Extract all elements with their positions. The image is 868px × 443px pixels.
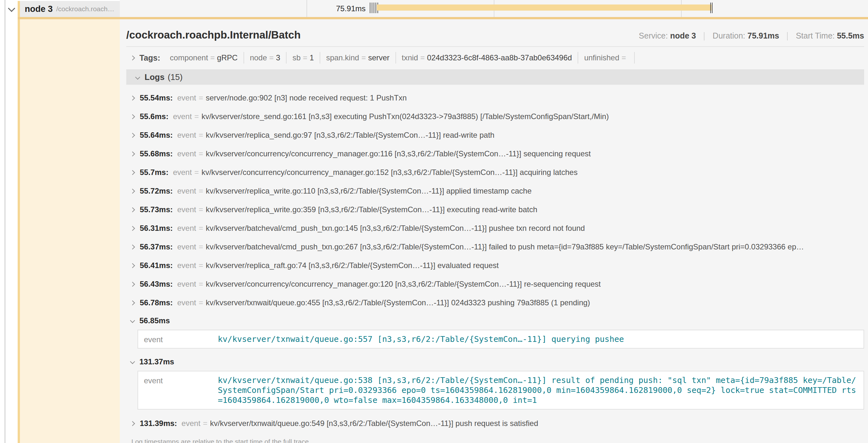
log-row-collapsed[interactable]: 55.72ms: event = kv/kvserver/replica_wri… xyxy=(131,182,864,200)
log-message: kv/kvserver/txnwait/queue.go:455 [n3,s3,… xyxy=(206,298,590,307)
log-message: kv/kvserver/replica_send.go:97 [n3,s3,r6… xyxy=(206,131,494,140)
chevron-right-icon[interactable] xyxy=(131,151,135,156)
log-message: kv/kvserver/concurrency/concurrency_mana… xyxy=(206,149,590,158)
tag-key: span.kind xyxy=(326,53,359,62)
log-message: kv/kvserver/batcheval/cmd_push_txn.go:14… xyxy=(206,224,585,233)
equals-sign: = xyxy=(269,53,274,62)
log-row-collapsed[interactable]: 56.37ms: event = kv/kvserver/batcheval/c… xyxy=(131,238,864,256)
log-timestamp: 55.64ms: xyxy=(140,131,173,140)
log-timestamp: 55.73ms: xyxy=(140,205,173,214)
log-event-card: event kv/kvserver/txnwait/queue.go:538 [… xyxy=(137,371,864,410)
logs-section-header[interactable]: Logs (15) xyxy=(126,69,864,85)
chevron-right-icon[interactable] xyxy=(131,95,135,100)
log-timestamp: 56.85ms xyxy=(140,316,170,325)
tag-item[interactable]: unfinished= xyxy=(578,52,634,64)
tag-key: unfinished xyxy=(584,53,619,62)
log-row-collapsed[interactable]: 55.6ms: event = kv/kvserver/store_send.g… xyxy=(131,107,864,126)
tag-item[interactable]: node=3 xyxy=(244,52,287,64)
log-row-collapsed[interactable]: 131.39ms: event = kv/kvserver/txnwait/qu… xyxy=(131,414,864,433)
log-row-expanded: 131.37ms event kv/kvserver/txnwait/queue… xyxy=(131,353,864,410)
chevron-right-icon[interactable] xyxy=(131,421,135,426)
log-field-key: event xyxy=(182,419,200,428)
log-field-key: event xyxy=(177,131,196,140)
tag-key: node xyxy=(250,53,267,62)
tag-value: 3 xyxy=(276,53,280,62)
tag-key: txnid xyxy=(402,53,418,62)
equals-sign: = xyxy=(303,53,307,62)
log-timestamp: 55.6ms: xyxy=(140,112,168,121)
log-field-key: event xyxy=(144,375,218,405)
log-field-value: kv/kvserver/txnwait/queue.go:557 [n3,s3,… xyxy=(218,334,624,344)
equals-sign: = xyxy=(420,53,425,62)
log-field-key: event xyxy=(177,149,196,158)
log-timestamp: 56.41ms: xyxy=(140,261,173,270)
span-detail-header: /cockroach.roachpb.Internal/Batch Servic… xyxy=(126,19,864,41)
tag-value: 024d3323-6c8f-4863-aa8b-37ab0e63496d xyxy=(427,53,572,62)
chevron-down-icon[interactable] xyxy=(130,359,135,364)
log-timestamp: 131.39ms: xyxy=(140,419,177,428)
equals-sign: = xyxy=(198,261,203,270)
chevron-right-icon[interactable] xyxy=(130,55,135,60)
log-row-collapsed[interactable]: 55.54ms: event = server/node.go:902 [n3]… xyxy=(131,89,864,107)
log-row-collapsed[interactable]: 56.31ms: event = kv/kvserver/batcheval/c… xyxy=(131,219,864,238)
equals-sign: = xyxy=(203,419,208,428)
log-timestamp: 131.37ms xyxy=(140,357,174,366)
span-color-accent-strip xyxy=(18,1,20,443)
log-timestamp: 55.7ms: xyxy=(140,168,168,177)
equals-sign: = xyxy=(198,149,203,158)
log-field-key: event xyxy=(173,112,192,121)
chevron-right-icon[interactable] xyxy=(131,263,135,268)
log-field-key: event xyxy=(177,298,196,307)
chevron-right-icon[interactable] xyxy=(131,114,135,119)
chevron-right-icon[interactable] xyxy=(131,226,135,231)
log-row-collapsed[interactable]: 55.7ms: event = kv/kvserver/concurrency/… xyxy=(131,163,864,182)
equals-sign: = xyxy=(362,53,366,62)
selected-span-column-highlight[interactable] xyxy=(20,19,120,443)
log-message: kv/kvserver/replica_write.go:359 [n3,s3,… xyxy=(206,205,537,214)
log-timestamp: 56.37ms: xyxy=(140,242,173,251)
log-field-key: event xyxy=(177,261,196,270)
log-row-collapsed[interactable]: 56.78ms: event = kv/kvserver/txnwait/que… xyxy=(131,294,864,312)
tag-item[interactable]: component=gRPC xyxy=(164,52,244,64)
tags-section[interactable]: Tags: component=gRPC node=3 sb=1 span.ki… xyxy=(126,52,864,64)
log-row-collapsed[interactable]: 55.68ms: event = kv/kvserver/concurrency… xyxy=(131,144,864,163)
log-row-collapsed[interactable]: 56.41ms: event = kv/kvserver/replica_raf… xyxy=(131,256,864,275)
tag-item[interactable]: span.kind=server xyxy=(320,52,396,64)
log-row-collapsed[interactable]: 55.73ms: event = kv/kvserver/replica_wri… xyxy=(131,200,864,219)
chevron-right-icon[interactable] xyxy=(131,207,135,212)
log-row-collapsed[interactable]: 55.64ms: event = kv/kvserver/replica_sen… xyxy=(131,126,864,144)
log-message: kv/kvserver/txnwait/queue.go:549 [n3,s3,… xyxy=(210,419,538,428)
log-timestamp: 56.31ms: xyxy=(140,224,173,233)
chevron-right-icon[interactable] xyxy=(131,244,135,249)
log-message: kv/kvserver/concurrency/concurrency_mana… xyxy=(206,280,601,288)
chevron-right-icon[interactable] xyxy=(131,281,135,287)
meta-duration-value: 75.91ms xyxy=(747,31,779,40)
log-message: kv/kvserver/replica_write.go:110 [n3,s3,… xyxy=(206,186,531,196)
equals-sign: = xyxy=(198,131,203,140)
log-message: kv/kvserver/batcheval/cmd_push_txn.go:26… xyxy=(206,242,804,251)
span-name-tab[interactable]: node 3 /cockroach.roach… xyxy=(20,1,120,17)
chevron-right-icon[interactable] xyxy=(131,170,135,175)
span-operation-name: /cockroach.roach… xyxy=(56,5,114,13)
span-detail-meta: Service: node 3 Duration: 75.91ms Start … xyxy=(639,31,864,40)
span-duration-bar[interactable] xyxy=(377,4,712,10)
chevron-down-icon[interactable] xyxy=(130,318,135,323)
header-divider xyxy=(126,46,864,47)
collapse-trace-chevron-icon[interactable] xyxy=(9,6,14,12)
equals-sign: = xyxy=(622,53,626,62)
chevron-right-icon[interactable] xyxy=(131,189,135,194)
tag-item[interactable]: sb=1 xyxy=(286,52,320,64)
equals-sign: = xyxy=(198,298,203,307)
chevron-right-icon[interactable] xyxy=(131,300,135,305)
timeline-ruler[interactable]: 75.91ms xyxy=(120,0,868,17)
equals-sign: = xyxy=(198,186,203,196)
log-row-expanded: 56.85ms event kv/kvserver/txnwait/queue.… xyxy=(131,312,864,349)
log-list: 55.54ms: event = server/node.go:902 [n3]… xyxy=(126,85,864,433)
log-row-collapsed[interactable]: 56.43ms: event = kv/kvserver/concurrency… xyxy=(131,275,864,294)
chevron-right-icon[interactable] xyxy=(131,133,135,138)
log-row-expanded-header[interactable]: 131.37ms xyxy=(131,353,864,370)
log-row-expanded-header[interactable]: 56.85ms xyxy=(131,312,864,329)
tag-key: sb xyxy=(292,53,300,62)
log-field-key: event xyxy=(144,334,218,344)
tag-item[interactable]: txnid=024d3323-6c8f-4863-aa8b-37ab0e6349… xyxy=(396,52,579,64)
